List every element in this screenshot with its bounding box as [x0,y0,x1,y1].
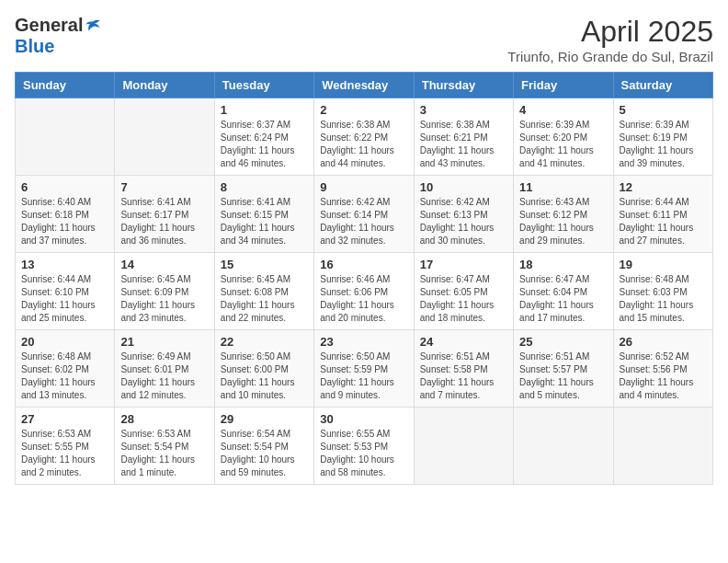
day-info: Sunrise: 6:42 AM Sunset: 6:13 PM Dayligh… [420,196,507,247]
calendar-cell: 9Sunrise: 6:42 AM Sunset: 6:14 PM Daylig… [314,176,414,253]
day-info: Sunrise: 6:47 AM Sunset: 6:05 PM Dayligh… [420,273,507,325]
calendar-cell: 3Sunrise: 6:38 AM Sunset: 6:21 PM Daylig… [414,98,513,176]
day-number: 5 [620,103,707,117]
day-info: Sunrise: 6:39 AM Sunset: 6:19 PM Dayligh… [620,119,707,170]
calendar-week-row: 20Sunrise: 6:48 AM Sunset: 6:02 PM Dayli… [16,330,713,408]
day-number: 6 [21,180,108,194]
day-info: Sunrise: 6:45 AM Sunset: 6:09 PM Dayligh… [120,273,208,325]
day-of-week-header: Wednesday [314,73,414,98]
day-number: 21 [120,335,208,349]
logo-blue-text: Blue [15,36,54,57]
logo-general-text: General [15,15,83,36]
calendar-cell: 21Sunrise: 6:49 AM Sunset: 6:01 PM Dayli… [115,330,214,408]
day-number: 26 [620,335,707,349]
calendar-cell: 25Sunrise: 6:51 AM Sunset: 5:57 PM Dayli… [514,330,613,408]
day-info: Sunrise: 6:44 AM Sunset: 6:11 PM Dayligh… [620,196,707,247]
calendar-week-row: 13Sunrise: 6:44 AM Sunset: 6:10 PM Dayli… [16,253,713,330]
day-info: Sunrise: 6:45 AM Sunset: 6:08 PM Dayligh… [221,273,308,325]
calendar-cell: 12Sunrise: 6:44 AM Sunset: 6:11 PM Dayli… [613,176,712,253]
calendar-cell: 17Sunrise: 6:47 AM Sunset: 6:05 PM Dayli… [414,253,513,330]
day-info: Sunrise: 6:53 AM Sunset: 5:54 PM Dayligh… [120,428,208,479]
title-section: April 2025 Triunfo, Rio Grande do Sul, B… [507,15,713,64]
calendar-table: SundayMondayTuesdayWednesdayThursdayFrid… [15,72,713,485]
day-info: Sunrise: 6:43 AM Sunset: 6:12 PM Dayligh… [519,196,607,247]
day-of-week-header: Sunday [16,73,115,98]
day-info: Sunrise: 6:52 AM Sunset: 5:56 PM Dayligh… [620,350,707,402]
day-info: Sunrise: 6:53 AM Sunset: 5:55 PM Dayligh… [21,428,108,479]
calendar-cell: 19Sunrise: 6:48 AM Sunset: 6:03 PM Dayli… [613,253,712,330]
calendar-week-row: 6Sunrise: 6:40 AM Sunset: 6:18 PM Daylig… [16,176,713,253]
day-number: 7 [120,180,208,194]
day-number: 25 [519,335,607,349]
day-of-week-header: Thursday [414,73,513,98]
day-number: 1 [221,103,308,117]
day-number: 23 [320,335,407,349]
day-info: Sunrise: 6:42 AM Sunset: 6:14 PM Dayligh… [320,196,407,247]
day-info: Sunrise: 6:38 AM Sunset: 6:22 PM Dayligh… [320,119,407,170]
day-info: Sunrise: 6:55 AM Sunset: 5:53 PM Dayligh… [320,428,407,479]
day-number: 22 [221,335,308,349]
day-number: 8 [221,180,308,194]
day-info: Sunrise: 6:49 AM Sunset: 6:01 PM Dayligh… [120,350,208,402]
day-number: 4 [519,103,607,117]
calendar-cell: 30Sunrise: 6:55 AM Sunset: 5:53 PM Dayli… [314,408,414,485]
day-info: Sunrise: 6:38 AM Sunset: 6:21 PM Dayligh… [420,119,507,170]
day-number: 9 [320,180,407,194]
day-number: 27 [21,412,108,426]
calendar-cell: 13Sunrise: 6:44 AM Sunset: 6:10 PM Dayli… [16,253,115,330]
day-number: 17 [420,258,507,271]
calendar-cell: 27Sunrise: 6:53 AM Sunset: 5:55 PM Dayli… [16,408,115,485]
day-number: 11 [519,180,607,194]
day-info: Sunrise: 6:41 AM Sunset: 6:15 PM Dayligh… [221,196,308,247]
day-info: Sunrise: 6:54 AM Sunset: 5:54 PM Dayligh… [221,428,308,479]
page-header: General Blue April 2025 Triunfo, Rio Gra… [15,15,713,64]
calendar-header-row: SundayMondayTuesdayWednesdayThursdayFrid… [16,73,713,98]
calendar-cell: 1Sunrise: 6:37 AM Sunset: 6:24 PM Daylig… [214,98,313,176]
day-number: 20 [21,335,108,349]
calendar-cell: 4Sunrise: 6:39 AM Sunset: 6:20 PM Daylig… [514,98,613,176]
calendar-cell: 5Sunrise: 6:39 AM Sunset: 6:19 PM Daylig… [613,98,712,176]
day-number: 12 [620,180,707,194]
day-number: 10 [420,180,507,194]
calendar-cell [613,408,712,485]
calendar-cell [414,408,513,485]
day-number: 30 [320,412,407,426]
calendar-cell: 10Sunrise: 6:42 AM Sunset: 6:13 PM Dayli… [414,176,513,253]
calendar-cell: 24Sunrise: 6:51 AM Sunset: 5:58 PM Dayli… [414,330,513,408]
calendar-cell: 23Sunrise: 6:50 AM Sunset: 5:59 PM Dayli… [314,330,414,408]
day-info: Sunrise: 6:40 AM Sunset: 6:18 PM Dayligh… [21,196,108,247]
day-of-week-header: Tuesday [214,73,313,98]
calendar-week-row: 1Sunrise: 6:37 AM Sunset: 6:24 PM Daylig… [16,98,713,176]
day-of-week-header: Friday [514,73,613,98]
calendar-cell: 29Sunrise: 6:54 AM Sunset: 5:54 PM Dayli… [214,408,313,485]
calendar-cell: 15Sunrise: 6:45 AM Sunset: 6:08 PM Dayli… [214,253,313,330]
day-info: Sunrise: 6:51 AM Sunset: 5:58 PM Dayligh… [420,350,507,402]
logo: General Blue [15,15,101,57]
day-number: 28 [120,412,208,426]
location-subtitle: Triunfo, Rio Grande do Sul, Brazil [507,49,713,64]
calendar-cell: 22Sunrise: 6:50 AM Sunset: 6:00 PM Dayli… [214,330,313,408]
calendar-cell: 8Sunrise: 6:41 AM Sunset: 6:15 PM Daylig… [214,176,313,253]
calendar-cell: 6Sunrise: 6:40 AM Sunset: 6:18 PM Daylig… [16,176,115,253]
calendar-cell: 18Sunrise: 6:47 AM Sunset: 6:04 PM Dayli… [514,253,613,330]
logo-bird-icon [85,17,101,34]
day-of-week-header: Saturday [613,73,712,98]
day-info: Sunrise: 6:46 AM Sunset: 6:06 PM Dayligh… [320,273,407,325]
calendar-cell: 28Sunrise: 6:53 AM Sunset: 5:54 PM Dayli… [115,408,214,485]
calendar-cell [16,98,115,176]
day-number: 18 [519,258,607,271]
day-number: 3 [420,103,507,117]
calendar-cell: 7Sunrise: 6:41 AM Sunset: 6:17 PM Daylig… [115,176,214,253]
day-info: Sunrise: 6:39 AM Sunset: 6:20 PM Dayligh… [519,119,607,170]
day-info: Sunrise: 6:37 AM Sunset: 6:24 PM Dayligh… [221,119,308,170]
calendar-cell: 14Sunrise: 6:45 AM Sunset: 6:09 PM Dayli… [115,253,214,330]
day-info: Sunrise: 6:41 AM Sunset: 6:17 PM Dayligh… [120,196,208,247]
calendar-week-row: 27Sunrise: 6:53 AM Sunset: 5:55 PM Dayli… [16,408,713,485]
day-number: 29 [221,412,308,426]
day-info: Sunrise: 6:47 AM Sunset: 6:04 PM Dayligh… [519,273,607,325]
day-number: 16 [320,258,407,271]
day-info: Sunrise: 6:48 AM Sunset: 6:02 PM Dayligh… [21,350,108,402]
calendar-cell: 2Sunrise: 6:38 AM Sunset: 6:22 PM Daylig… [314,98,414,176]
calendar-cell: 20Sunrise: 6:48 AM Sunset: 6:02 PM Dayli… [16,330,115,408]
day-number: 19 [620,258,707,271]
